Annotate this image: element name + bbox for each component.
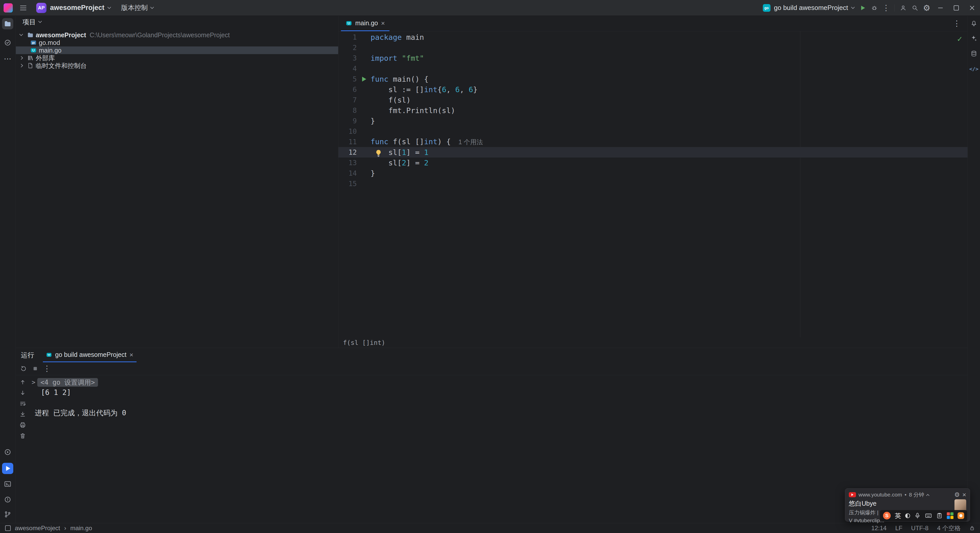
file-encoding[interactable]: UTF-8 bbox=[911, 525, 928, 532]
more-horizontal-icon: ⋯ bbox=[4, 55, 11, 62]
code-line-14[interactable]: 14} bbox=[339, 168, 968, 178]
arrow-down-icon bbox=[19, 390, 26, 396]
tree-chevron-icon[interactable] bbox=[19, 56, 23, 60]
usages-inlay-hint[interactable]: 1 个用法 bbox=[458, 138, 483, 145]
code-line-1[interactable]: 1package main bbox=[339, 32, 968, 42]
run-tab-go-build[interactable]: go build awesomeProject × bbox=[43, 348, 137, 362]
commit-tool-button[interactable] bbox=[2, 37, 13, 48]
git-tool-button[interactable] bbox=[2, 509, 13, 520]
notifications-button[interactable] bbox=[969, 18, 979, 28]
microphone-icon[interactable] bbox=[914, 512, 921, 519]
code-line-4[interactable]: 4 bbox=[339, 63, 968, 74]
tree-chevron-icon[interactable] bbox=[19, 64, 23, 67]
project-panel-title: 项目 bbox=[22, 18, 36, 27]
code-line-10[interactable]: 10 bbox=[339, 126, 968, 137]
clipboard-icon[interactable] bbox=[936, 512, 943, 519]
console-output[interactable]: ><4 go 设置调用>[6 1 2] 进程 已完成，退出代码为 0 bbox=[30, 375, 968, 523]
intention-bulb-icon[interactable] bbox=[374, 149, 383, 158]
editor-tab-options-button[interactable]: ⋮ bbox=[951, 18, 963, 29]
tab-close-icon[interactable]: × bbox=[381, 20, 385, 27]
line-ending[interactable]: LF bbox=[895, 525, 902, 532]
tree-item-root[interactable]: awesomeProjectC:\Users\meowr\GolandProje… bbox=[16, 31, 338, 39]
project-panel-header[interactable]: 项目 bbox=[16, 16, 338, 28]
problems-tool-button[interactable] bbox=[2, 494, 13, 505]
problems-icon bbox=[4, 496, 11, 503]
code-line-6[interactable]: 6 sl := []int{6, 6, 6} bbox=[339, 84, 968, 95]
statusbar-project[interactable]: awesomeProject bbox=[15, 525, 60, 532]
console-more-button[interactable]: ⋮ bbox=[42, 363, 52, 374]
sogou-logo-icon[interactable]: S bbox=[883, 512, 891, 519]
breadcrumb-function[interactable]: f(sl []int) bbox=[343, 339, 385, 347]
notification-close-icon[interactable]: × bbox=[963, 492, 966, 498]
rerun-button[interactable] bbox=[18, 363, 29, 374]
endpoints-button[interactable]: </> bbox=[969, 64, 979, 74]
code-line-7[interactable]: 7 f(sl) bbox=[339, 95, 968, 105]
tree-item-external-libraries[interactable]: 外部库 bbox=[16, 54, 338, 62]
folded-setup-calls[interactable]: <4 go 设置调用> bbox=[37, 378, 98, 387]
editor-tab-main-go[interactable]: main.go × bbox=[341, 16, 390, 31]
chevron-separator: › bbox=[64, 525, 66, 532]
close-button[interactable] bbox=[964, 0, 980, 16]
more-tool-windows-button[interactable]: ⋯ bbox=[2, 53, 13, 64]
statusbar-file[interactable]: main.go bbox=[70, 525, 92, 532]
ime-language-mode[interactable]: 英 bbox=[895, 512, 901, 520]
code-line-3[interactable]: 3import "fmt" bbox=[339, 53, 968, 63]
tree-item-scratches[interactable]: 临时文件和控制台 bbox=[16, 62, 338, 70]
scroll-to-end-button[interactable] bbox=[19, 411, 26, 418]
caret-position[interactable]: 12:14 bbox=[871, 525, 886, 532]
line-number: 8 bbox=[339, 107, 357, 115]
main-menu-button[interactable] bbox=[18, 2, 29, 14]
clear-console-button[interactable] bbox=[19, 433, 26, 439]
tree-item-main-go[interactable]: main.go bbox=[16, 46, 338, 54]
chevron-up-icon[interactable] bbox=[926, 494, 929, 497]
window-icon[interactable] bbox=[5, 525, 11, 531]
chevron-down-icon bbox=[38, 19, 42, 23]
vcs-widget[interactable]: 版本控制 bbox=[121, 3, 153, 12]
scroll-up-button[interactable] bbox=[19, 379, 26, 385]
code-line-11[interactable]: 11func f(sl []int) {1 个用法 bbox=[339, 137, 968, 147]
code-text: sl[1] = 1 bbox=[371, 148, 428, 157]
settings-button[interactable]: ⚙ bbox=[921, 2, 932, 14]
code-editor[interactable]: ✓ 1package main23import "fmt"45func main… bbox=[339, 32, 968, 337]
code-line-8[interactable]: 8 fmt.Println(sl) bbox=[339, 105, 968, 116]
project-tool-button[interactable] bbox=[2, 18, 13, 29]
half-width-icon[interactable] bbox=[905, 513, 910, 518]
code-with-me-button[interactable] bbox=[897, 2, 909, 14]
notification-settings-gear-icon[interactable]: ⚙ bbox=[954, 492, 960, 498]
code-line-12[interactable]: 12 sl[1] = 1 bbox=[339, 147, 968, 158]
breadcrumb[interactable]: f(sl []int) bbox=[339, 337, 968, 348]
scroll-down-button[interactable] bbox=[19, 390, 26, 396]
tree-item-go-mod[interactable]: gogo.mod bbox=[16, 39, 338, 46]
print-button[interactable] bbox=[19, 422, 26, 428]
run-gutter-icon[interactable] bbox=[357, 76, 371, 83]
terminal-tool-button[interactable] bbox=[2, 478, 13, 490]
tree-chevron-icon[interactable] bbox=[19, 32, 23, 36]
run-configuration-selector[interactable]: go go build awesomeProject bbox=[763, 4, 854, 12]
search-everywhere-button[interactable] bbox=[909, 2, 921, 14]
ai-assistant-button[interactable] bbox=[969, 33, 979, 43]
code-line-2[interactable]: 2 bbox=[339, 42, 968, 53]
code-line-13[interactable]: 13 sl[2] = 2 bbox=[339, 158, 968, 168]
more-actions-button[interactable]: ⋮ bbox=[880, 2, 892, 14]
code-line-15[interactable]: 15 bbox=[339, 178, 968, 189]
services-tool-button[interactable] bbox=[2, 447, 13, 458]
tab-close-icon[interactable]: × bbox=[129, 352, 133, 358]
run-button[interactable] bbox=[857, 2, 869, 14]
toolbox-grid-icon[interactable] bbox=[947, 512, 953, 519]
code-line-9[interactable]: 9} bbox=[339, 116, 968, 126]
stop-button[interactable] bbox=[30, 363, 40, 374]
code-line-5[interactable]: 5func main() { bbox=[339, 74, 968, 84]
indent-setting[interactable]: 4 个空格 bbox=[937, 524, 961, 532]
soft-wrap-button[interactable] bbox=[19, 400, 26, 407]
keyboard-icon[interactable] bbox=[925, 512, 932, 519]
run-tool-button[interactable] bbox=[2, 463, 13, 474]
maximize-button[interactable] bbox=[948, 0, 964, 16]
debug-button[interactable] bbox=[869, 2, 880, 14]
database-button[interactable] bbox=[969, 48, 979, 59]
skin-icon[interactable] bbox=[958, 512, 964, 519]
project-widget[interactable]: AP awesomeProject bbox=[34, 1, 113, 14]
lock-icon[interactable] bbox=[969, 525, 975, 531]
minimize-button[interactable] bbox=[932, 0, 948, 16]
console-line[interactable]: ><4 go 设置调用> bbox=[32, 377, 968, 388]
fold-arrow-icon[interactable]: > bbox=[32, 377, 35, 388]
